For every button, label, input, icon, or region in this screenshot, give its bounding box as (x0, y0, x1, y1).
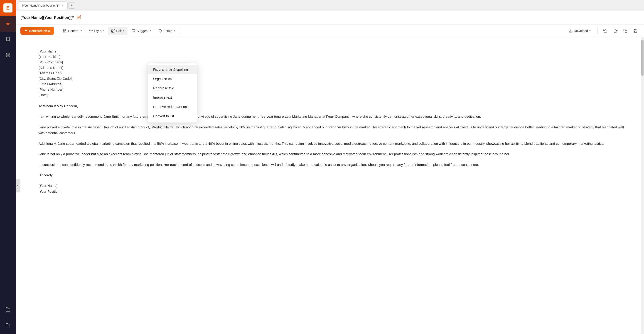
style-label: Style (94, 29, 101, 33)
doc-editor[interactable]: [Your Name] [Your Position] [Your Compan… (16, 37, 644, 334)
doc-title: [Your Name][Your Position][Y (20, 16, 74, 20)
generate-label: Generate New (29, 29, 50, 33)
dropdown-item-organize-text[interactable]: Organize text (148, 74, 197, 83)
enrich-chevron-icon: ▾ (174, 29, 175, 32)
svg-rect-4 (63, 31, 64, 32)
tab-document[interactable]: [Your Name][Your Position][Y × (18, 1, 68, 10)
toolbar-edit-button[interactable]: Edit ▾ (108, 27, 128, 35)
toolbar-suggest-button[interactable]: Suggest ▾ (128, 27, 154, 35)
sidebar-item-star[interactable]: ★ (0, 16, 16, 32)
organize-text-label: Organize text (153, 77, 173, 81)
general-icon (63, 29, 66, 33)
enrich-icon (158, 29, 162, 33)
dropdown-item-remove-redundant[interactable]: Remove redundant text (148, 102, 197, 111)
undo-icon (604, 29, 608, 33)
toolbar-divider-1 (57, 28, 57, 34)
sidebar-item-layers[interactable] (0, 48, 16, 64)
suggest-icon (132, 29, 135, 33)
rephrase-text-label: Rephrase text (153, 86, 174, 90)
tab-close-button[interactable]: × (62, 4, 64, 7)
svg-rect-1 (63, 30, 64, 31)
svg-rect-3 (65, 31, 66, 32)
address-line-4: [Address Line 1] (38, 65, 626, 70)
doc-paragraph-3: Additionally, Jane spearheaded a digital… (38, 141, 626, 146)
svg-rect-6 (625, 30, 627, 33)
save-button[interactable] (631, 27, 640, 35)
doc-header: [Your Name][Your Position][Y (16, 11, 644, 25)
doc-closing-name: [Your Name] (38, 183, 626, 189)
general-chevron-icon: ▾ (80, 29, 82, 32)
address-line-3: [Your Company] (38, 60, 626, 65)
dropdown-item-rephrase-text[interactable]: Rephrase text (148, 83, 197, 93)
dropdown-item-fix-grammar[interactable]: Fix grammar & spelling (148, 65, 197, 74)
address-line-6: [City, State, Zip Code] (38, 76, 626, 81)
generate-new-button[interactable]: ✦ Generate New (20, 27, 54, 35)
general-label: General (68, 29, 79, 33)
scrollbar-track[interactable] (641, 37, 644, 334)
scrollbar-thumb[interactable] (641, 40, 644, 76)
remove-redundant-label: Remove redundant text (153, 105, 188, 109)
doc-salutation: To Whom It May Concern, (38, 103, 626, 109)
doc-paragraph-1: I am writing to wholeheartedly recommend… (38, 114, 626, 119)
tab-add-button[interactable]: + (68, 2, 75, 9)
edit-chevron-icon: ▾ (123, 29, 124, 32)
doc-area: [Your Name] [Your Position] [Your Compan… (16, 37, 644, 334)
sidebar: E ★ (0, 0, 16, 334)
star-icon: ★ (6, 21, 10, 27)
doc-title-edit-icon[interactable] (77, 15, 81, 20)
address-line-9: [Date] (38, 92, 626, 98)
generate-icon: ✦ (24, 29, 28, 33)
sidebar-logo[interactable]: E (0, 0, 16, 16)
address-line-8: [Phone Number] (38, 87, 626, 92)
svg-rect-2 (65, 30, 66, 31)
style-icon (89, 29, 93, 33)
toolbar-style-button[interactable]: Style ▾ (86, 27, 107, 35)
copy-icon (623, 29, 628, 33)
toolbar-general-button[interactable]: General ▾ (60, 27, 85, 35)
doc-paragraph-4: Jane is not only a proactive leader but … (38, 151, 626, 157)
doc-closing: Sincerely, (38, 172, 626, 178)
sidebar-item-bookmark[interactable] (0, 32, 16, 48)
collapse-toggle[interactable] (16, 179, 20, 193)
dropdown-item-improve-text[interactable]: Improve text (148, 93, 197, 102)
edit-label: Edit (116, 29, 122, 33)
convert-list-label: Convert to list (153, 114, 174, 118)
suggest-label: Suggest (136, 29, 148, 33)
layers-icon (6, 53, 10, 59)
download-button[interactable]: Download ▾ (566, 27, 594, 35)
folder-icon (6, 307, 10, 313)
svg-marker-0 (6, 53, 10, 55)
dropdown-item-convert-list[interactable]: Convert to list (148, 111, 197, 121)
suggest-chevron-icon: ▾ (150, 29, 151, 32)
toolbar-enrich-button[interactable]: Enrich ▾ (155, 27, 178, 35)
toolbar-divider-3 (598, 28, 598, 34)
address-line-7: [Email Address] (38, 81, 626, 87)
edit-dropdown-menu: Fix grammar & spelling Organize text Rep… (148, 63, 198, 123)
main-area: [Your Name][Your Position][Y × + [Your N… (16, 0, 644, 334)
folder2-icon (6, 323, 10, 329)
doc-paragraph-5: In conclusion, I can confidently recomme… (38, 162, 626, 168)
download-icon (569, 29, 572, 33)
enrich-label: Enrich (164, 29, 172, 33)
download-label: Download (574, 29, 588, 33)
edit-icon (111, 29, 115, 33)
toolbar-actions: Download ▾ (566, 27, 640, 35)
download-chevron-icon: ▾ (589, 29, 591, 32)
toolbar-divider-2 (181, 28, 181, 34)
redo-button[interactable] (611, 27, 620, 35)
sidebar-item-folder2[interactable] (0, 318, 16, 334)
save-icon (633, 29, 638, 33)
sidebar-item-folder1[interactable] (0, 302, 16, 318)
address-line-5: [Address Line 2] (38, 70, 626, 76)
tab-title: [Your Name][Your Position][Y (22, 4, 60, 7)
doc-paragraph-2: Jane played a pivotal role in the succes… (38, 124, 626, 136)
fix-grammar-label: Fix grammar & spelling (153, 68, 188, 71)
address-line-2: [Your Position] (38, 54, 626, 60)
toolbar: ✦ Generate New General ▾ Style ▾ Edit (16, 25, 644, 37)
copy-button[interactable] (621, 27, 630, 35)
style-chevron-icon: ▾ (102, 29, 104, 32)
app-logo-icon: E (4, 4, 12, 13)
tab-bar: [Your Name][Your Position][Y × + (16, 0, 644, 11)
undo-button[interactable] (601, 27, 610, 35)
address-block: [Your Name] [Your Position] [Your Compan… (38, 49, 626, 98)
